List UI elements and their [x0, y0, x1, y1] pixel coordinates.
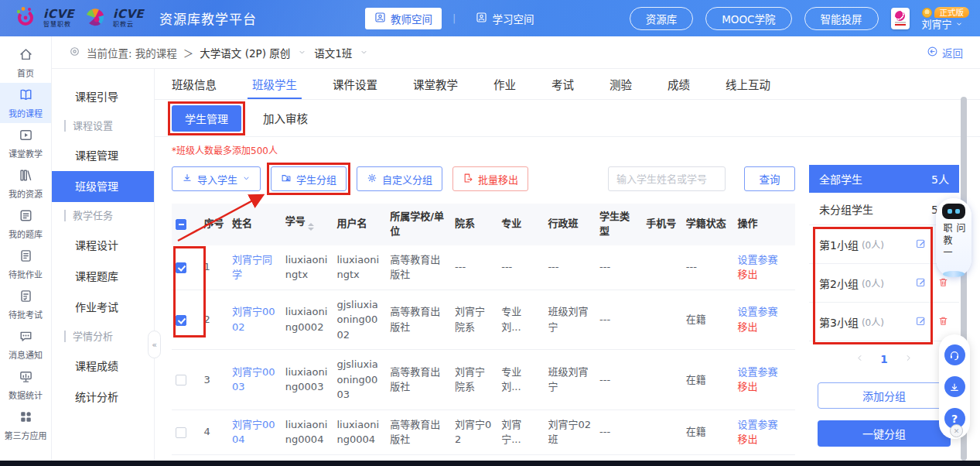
chevron-down-icon [242, 173, 251, 185]
rail-item-5[interactable]: 待批作业 [0, 244, 51, 284]
menu-item-9[interactable]: 课程成绩 [52, 351, 154, 382]
rail-item-9[interactable]: 第三方应用 [0, 405, 51, 445]
delete-group-icon[interactable] [937, 315, 949, 329]
sort-icon[interactable] [308, 220, 314, 234]
group-row-3[interactable]: 第3小组(0人) [809, 303, 959, 341]
remove-link[interactable]: 移出 [737, 320, 791, 335]
rail-item-2[interactable]: 课堂教学 [0, 123, 51, 163]
header-pill-1[interactable]: MOOC学院 [705, 7, 791, 30]
floating-toolbar: ? [939, 334, 970, 439]
remove-link[interactable]: 移出 [737, 379, 791, 395]
batch-remove-button[interactable]: 批量移出 [452, 166, 528, 191]
menu-item-3[interactable]: 班级管理 [52, 171, 154, 202]
class-dropdown-caret-icon[interactable] [360, 46, 368, 59]
set-contest-link[interactable]: 设置参赛 [737, 252, 791, 268]
tab-5[interactable]: 考试 [551, 69, 574, 99]
table-row: 4刘宵宁0004liuxiaoning0004liuxiaoning0004高等… [172, 409, 795, 454]
query-button[interactable]: 查询 [744, 166, 795, 191]
table-row: 3刘宵宁0003liuxiaoning0003gjsliuxiaoning000… [172, 350, 795, 410]
header-pill-2[interactable]: 智能投屏 [804, 7, 879, 30]
student-search-input[interactable] [608, 166, 726, 191]
column-header: 学籍状态 [682, 204, 734, 245]
row-checkbox[interactable] [176, 262, 186, 273]
rail-item-6[interactable]: 待批考试 [0, 284, 51, 324]
breadcrumb-class[interactable]: 语文1班 [314, 45, 352, 60]
icve-doc-card-icon[interactable] [891, 8, 910, 29]
student-name-link[interactable]: 刘宵宁0002 [232, 306, 275, 333]
header-pill-0[interactable]: 资源库 [630, 7, 694, 30]
add-group-button[interactable]: 添加分组 [818, 382, 951, 409]
row-checkbox[interactable] [176, 375, 186, 385]
remove-link[interactable]: 移出 [737, 432, 791, 447]
subtab-student-management[interactable]: 学生管理 [172, 105, 241, 132]
tab-3[interactable]: 课堂教学 [413, 69, 458, 99]
rail-item-4[interactable]: 我的题库 [0, 204, 51, 244]
student-name-link[interactable]: 刘宵宁0004 [232, 419, 275, 446]
toolbar: 导入学生 学生分组 [172, 166, 795, 191]
menu-item-5[interactable]: 课程设计 [52, 230, 154, 261]
row-checkbox[interactable] [176, 315, 186, 326]
left-rail: 首页我的课程课堂教学我的资源我的题库待批作业待批考试消息通知数据统计第三方应用 [0, 36, 52, 466]
set-contest-link[interactable]: 设置参赛 [737, 417, 791, 433]
support-headset-icon[interactable] [944, 344, 965, 365]
delete-group-icon[interactable] [937, 276, 949, 290]
edit-group-icon[interactable] [915, 276, 927, 290]
set-contest-link[interactable]: 设置参赛 [737, 365, 791, 380]
menu-section-8: 学情分析 [52, 323, 154, 351]
icve-zhihuizhijiao-logo-icon [14, 5, 37, 31]
rail-item-3[interactable]: 我的资源 [0, 163, 51, 204]
breadcrumb-course[interactable]: 大学语文 (2P) 原创 [200, 45, 290, 60]
back-button[interactable]: 返回 [927, 45, 963, 60]
rail-item-0[interactable]: 首页 [0, 43, 51, 83]
import-students-button[interactable]: 导入学生 [172, 166, 261, 191]
edit-group-icon[interactable] [915, 238, 927, 252]
student-group-button[interactable]: 学生分组 [271, 166, 347, 191]
rail-item-1[interactable]: 我的课程 [0, 83, 51, 123]
remove-link[interactable]: 移出 [737, 267, 791, 283]
brand-logos: iCVE 智慧职教 iCVE 职教云 资源库教学平台 [14, 5, 257, 31]
select-all-checkbox[interactable] [176, 219, 186, 230]
one-click-group-button[interactable]: 一键分组 [818, 420, 951, 447]
menu-collapse-handle[interactable]: « [148, 331, 161, 358]
menu-item-6[interactable]: 课程题库 [52, 261, 154, 292]
tab-4[interactable]: 作业 [493, 69, 516, 99]
tab-1[interactable]: 班级学生 [252, 69, 297, 99]
set-contest-link[interactable]: 设置参赛 [737, 304, 791, 320]
group-all-students[interactable]: 全部学生 5人 [809, 165, 959, 193]
nav-learning-space[interactable]: 学习空间 [466, 8, 543, 29]
page-number[interactable]: 1 [880, 353, 887, 365]
assistant-widget[interactable]: 职教一问 [936, 198, 971, 277]
rail-item-7[interactable]: 消息通知 [0, 324, 51, 365]
custom-group-button[interactable]: 自定义分组 [357, 166, 442, 191]
user-block[interactable]: 正式版 刘宵宁 [922, 7, 970, 30]
subtab-join-review[interactable]: 加入审核 [263, 110, 308, 126]
student-name-link[interactable]: 刘宵宁同学 [232, 254, 272, 281]
course-dropdown-caret-icon[interactable] [298, 46, 306, 59]
resource-icon [19, 168, 33, 185]
classroom-icon [19, 128, 33, 145]
wave-decoration [943, 271, 965, 277]
tab-8[interactable]: 线上互动 [726, 69, 770, 99]
download-circle-icon[interactable] [944, 376, 965, 397]
menu-item-0[interactable]: 课程引导 [52, 81, 154, 112]
close-floating-toolbar-icon[interactable]: ✕ [950, 424, 963, 437]
rail-item-8[interactable]: 数据统计 [0, 365, 51, 405]
column-header: 学生类型 [596, 204, 642, 245]
breadcrumb: 当前位置: 我的课程 ＞ 大学语文 (2P) 原创 语文1班 返回 [52, 36, 980, 69]
tab-7[interactable]: 成绩 [668, 69, 690, 99]
menu-item-7[interactable]: 作业考试 [52, 292, 154, 323]
group-row-2[interactable]: 第2小组(0人) [809, 264, 959, 303]
table-row: 2刘宵宁0002liuxiaoning0002gjsliuxiaoning000… [172, 290, 795, 350]
edit-group-icon[interactable] [915, 315, 927, 329]
menu-item-2[interactable]: 课程管理 [52, 140, 154, 171]
page-prev-icon[interactable] [855, 353, 865, 365]
tab-0[interactable]: 班级信息 [172, 69, 217, 99]
tab-6[interactable]: 测验 [610, 69, 632, 99]
row-checkbox[interactable] [176, 427, 186, 438]
menu-item-10[interactable]: 统计分析 [52, 382, 154, 413]
nav-teacher-space[interactable]: 教师空间 [365, 8, 442, 29]
all-students-count: 5人 [931, 171, 949, 187]
student-name-link[interactable]: 刘宵宁0003 [232, 366, 275, 393]
tab-2[interactable]: 课件设置 [333, 69, 377, 99]
page-next-icon[interactable] [903, 353, 913, 365]
